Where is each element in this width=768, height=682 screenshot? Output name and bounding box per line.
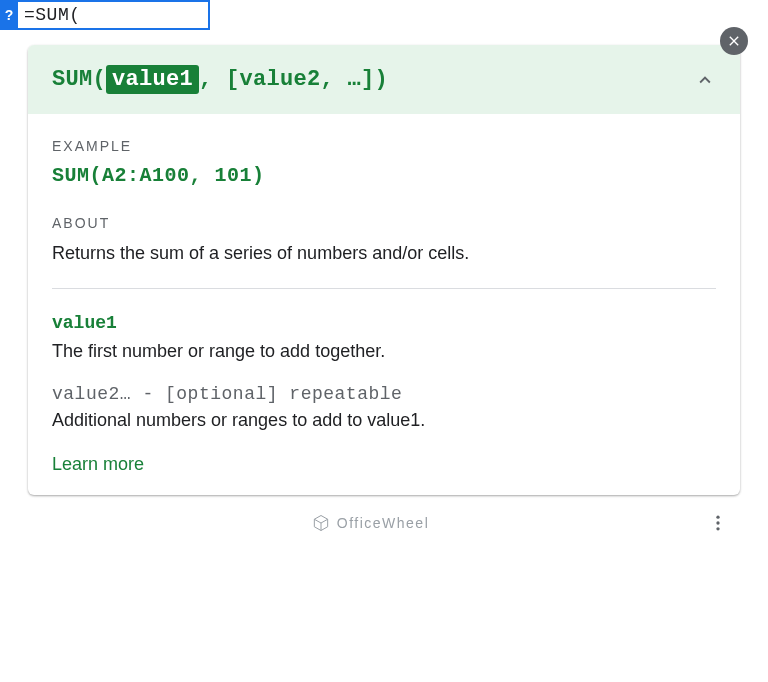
param1-description: The first number or range to add togethe… xyxy=(52,339,716,364)
svg-point-3 xyxy=(716,521,719,524)
footer-bar: OfficeWheel xyxy=(28,505,740,541)
tooltip-body: EXAMPLE SUM(A2:A100, 101) ABOUT Returns … xyxy=(28,114,740,495)
signature-rest: , [value2, …]) xyxy=(199,67,388,92)
param1-name: value1 xyxy=(52,313,716,333)
tooltip-header: SUM(value1, [value2, …]) xyxy=(28,45,740,114)
about-text: Returns the sum of a series of numbers a… xyxy=(52,241,716,266)
formula-input[interactable] xyxy=(0,0,210,30)
overflow-menu-button[interactable] xyxy=(704,509,732,537)
close-button[interactable] xyxy=(720,27,748,55)
learn-more-link[interactable]: Learn more xyxy=(52,454,716,475)
signature-open: SUM( xyxy=(52,67,106,92)
divider xyxy=(52,288,716,289)
example-label: EXAMPLE xyxy=(52,138,716,154)
watermark: OfficeWheel xyxy=(36,513,704,533)
param2-name: value2… - [optional] repeatable xyxy=(52,384,716,404)
param2-description: Additional numbers or ranges to add to v… xyxy=(52,408,716,433)
function-signature: SUM(value1, [value2, …]) xyxy=(52,67,388,92)
about-label: ABOUT xyxy=(52,215,716,231)
close-icon xyxy=(726,33,742,49)
formula-bar: ? xyxy=(0,0,768,30)
formula-help-icon[interactable]: ? xyxy=(0,0,18,30)
collapse-button[interactable] xyxy=(694,69,716,91)
example-code: SUM(A2:A100, 101) xyxy=(52,164,716,187)
signature-active-param: value1 xyxy=(106,65,199,94)
svg-point-4 xyxy=(716,527,719,530)
chevron-up-icon xyxy=(694,69,716,91)
svg-point-2 xyxy=(716,515,719,518)
watermark-text: OfficeWheel xyxy=(337,515,430,531)
more-vertical-icon xyxy=(708,513,728,533)
formula-tooltip: SUM(value1, [value2, …]) EXAMPLE SUM(A2:… xyxy=(28,45,740,495)
cube-icon xyxy=(311,513,331,533)
